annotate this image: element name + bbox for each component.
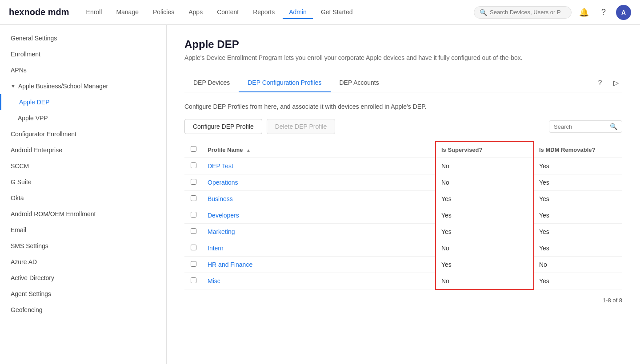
- nav-policies[interactable]: Policies: [147, 6, 180, 19]
- supervised-cell: Yes: [436, 207, 533, 224]
- table-search[interactable]: 🔍: [549, 120, 622, 133]
- profile-name-cell: Business: [202, 191, 436, 207]
- sidebar-item-agent-settings[interactable]: Agent Settings: [0, 286, 166, 302]
- sidebar-group-apple-business[interactable]: ▼ Apple Business/School Manager: [0, 78, 166, 94]
- nav-content[interactable]: Content: [211, 6, 245, 19]
- table-row: Marketing Yes Yes: [184, 224, 622, 240]
- nav-reports[interactable]: Reports: [247, 6, 281, 19]
- sidebar-item-email[interactable]: Email: [0, 222, 166, 238]
- select-all-checkbox[interactable]: [191, 146, 196, 152]
- table-row: Intern No Yes: [184, 240, 622, 257]
- nav-manage[interactable]: Manage: [110, 6, 145, 19]
- profile-name-link[interactable]: Operations: [208, 179, 238, 186]
- profile-name-cell: Misc: [202, 273, 436, 289]
- global-search[interactable]: 🔍: [474, 6, 572, 19]
- configure-dep-profile-button[interactable]: Configure DEP Profile: [184, 119, 262, 134]
- sidebar-item-sccm[interactable]: SCCM: [0, 158, 166, 174]
- supervised-cell: Yes: [436, 191, 533, 207]
- main-layout: General Settings Enrollment APNs ▼ Apple…: [0, 25, 640, 364]
- help-tab-icon[interactable]: ?: [594, 77, 606, 89]
- profile-name-link[interactable]: Developers: [208, 212, 239, 219]
- supervised-cell: Yes: [436, 257, 533, 273]
- nav-admin[interactable]: Admin: [283, 6, 313, 19]
- row-checkbox[interactable]: [191, 179, 196, 185]
- removable-cell: Yes: [533, 240, 622, 257]
- app-logo: hexnode mdm: [9, 7, 69, 17]
- table-row: HR and Finance Yes No: [184, 257, 622, 273]
- profile-name-link[interactable]: Business: [208, 195, 233, 202]
- row-checkbox[interactable]: [191, 212, 196, 218]
- row-checkbox[interactable]: [191, 245, 196, 250]
- page-description: Apple's Device Enrollment Program lets y…: [184, 54, 622, 61]
- table-row: Developers Yes Yes: [184, 207, 622, 224]
- sidebar-item-android-enterprise[interactable]: Android Enterprise: [0, 142, 166, 158]
- toolbar-left: Configure DEP Profile Delete DEP Profile: [184, 119, 335, 134]
- table-row: Business Yes Yes: [184, 191, 622, 207]
- sidebar-item-active-directory[interactable]: Active Directory: [0, 270, 166, 286]
- row-checkbox[interactable]: [191, 277, 196, 283]
- tab-dep-accounts[interactable]: DEP Accounts: [331, 74, 388, 92]
- table-row: DEP Test No Yes: [184, 158, 622, 174]
- play-tab-icon[interactable]: ▷: [610, 77, 622, 89]
- sidebar-item-g-suite[interactable]: G Suite: [0, 174, 166, 190]
- sidebar: General Settings Enrollment APNs ▼ Apple…: [0, 25, 167, 364]
- content-description: Configure DEP Profiles from here, and as…: [184, 103, 622, 110]
- nav-right: 🔍 🔔 ? A: [474, 5, 631, 20]
- user-avatar[interactable]: A: [616, 5, 631, 20]
- notifications-icon[interactable]: 🔔: [577, 5, 591, 20]
- nav-enroll[interactable]: Enroll: [80, 6, 108, 19]
- supervised-cell: No: [436, 174, 533, 191]
- tab-dep-configuration-profiles[interactable]: DEP Configuration Profiles: [239, 74, 330, 92]
- help-icon[interactable]: ?: [596, 5, 611, 20]
- sidebar-item-apple-dep[interactable]: Apple DEP: [0, 94, 166, 110]
- profile-name-link[interactable]: HR and Finance: [208, 261, 252, 268]
- sidebar-item-apns[interactable]: APNs: [0, 62, 166, 78]
- col-header-profile-name: Profile Name ▲: [202, 142, 436, 158]
- sidebar-item-apple-vpp[interactable]: Apple VPP: [0, 110, 166, 126]
- removable-cell: Yes: [533, 224, 622, 240]
- table-search-input[interactable]: [554, 123, 607, 130]
- removable-cell: Yes: [533, 174, 622, 191]
- nav-apps[interactable]: Apps: [182, 6, 209, 19]
- row-checkbox-cell: [184, 273, 202, 289]
- supervised-cell: Yes: [436, 224, 533, 240]
- global-search-input[interactable]: [490, 9, 561, 16]
- sidebar-item-general-settings[interactable]: General Settings: [0, 30, 166, 46]
- nav-get-started[interactable]: Get Started: [315, 6, 359, 19]
- pagination: 1-8 of 8: [184, 290, 622, 311]
- sidebar-item-android-rom[interactable]: Android ROM/OEM Enrollment: [0, 206, 166, 222]
- sidebar-item-azure-ad[interactable]: Azure AD: [0, 254, 166, 270]
- profile-name-link[interactable]: Intern: [208, 245, 224, 252]
- profile-name-link[interactable]: DEP Test: [208, 162, 233, 170]
- tabs-header: DEP Devices DEP Configuration Profiles D…: [184, 74, 622, 92]
- row-checkbox[interactable]: [191, 195, 196, 201]
- row-checkbox-cell: [184, 257, 202, 273]
- sidebar-item-enrollment[interactable]: Enrollment: [0, 46, 166, 62]
- top-navigation: hexnode mdm Enroll Manage Policies Apps …: [0, 0, 640, 25]
- profiles-table: Profile Name ▲ Is Supervised? Is MDM Rem…: [184, 141, 622, 311]
- profile-name-link[interactable]: Marketing: [208, 228, 235, 235]
- sidebar-item-sms-settings[interactable]: SMS Settings: [0, 238, 166, 254]
- supervised-cell: No: [436, 158, 533, 174]
- delete-dep-profile-button: Delete DEP Profile: [267, 119, 335, 134]
- sidebar-item-configurator-enrollment[interactable]: Configurator Enrollment: [0, 126, 166, 142]
- page-title: Apple DEP: [184, 38, 622, 51]
- profile-name-link[interactable]: Misc: [208, 277, 220, 285]
- profile-name-cell: Operations: [202, 174, 436, 191]
- tab-dep-devices[interactable]: DEP Devices: [184, 74, 239, 92]
- table-row: Operations No Yes: [184, 174, 622, 191]
- row-checkbox[interactable]: [191, 228, 196, 234]
- sidebar-item-okta[interactable]: Okta: [0, 190, 166, 206]
- row-checkbox-cell: [184, 191, 202, 207]
- profile-name-cell: DEP Test: [202, 158, 436, 174]
- sort-icon[interactable]: ▲: [246, 148, 251, 153]
- tabs: DEP Devices DEP Configuration Profiles D…: [184, 74, 388, 92]
- nav-links: Enroll Manage Policies Apps Content Repo…: [80, 6, 470, 19]
- profile-name-cell: Intern: [202, 240, 436, 257]
- search-icon: 🔍: [480, 9, 487, 16]
- row-checkbox[interactable]: [191, 162, 196, 168]
- row-checkbox[interactable]: [191, 261, 196, 267]
- sidebar-item-geofencing[interactable]: Geofencing: [0, 302, 166, 318]
- tab-actions: ? ▷: [594, 77, 622, 89]
- profile-name-cell: HR and Finance: [202, 257, 436, 273]
